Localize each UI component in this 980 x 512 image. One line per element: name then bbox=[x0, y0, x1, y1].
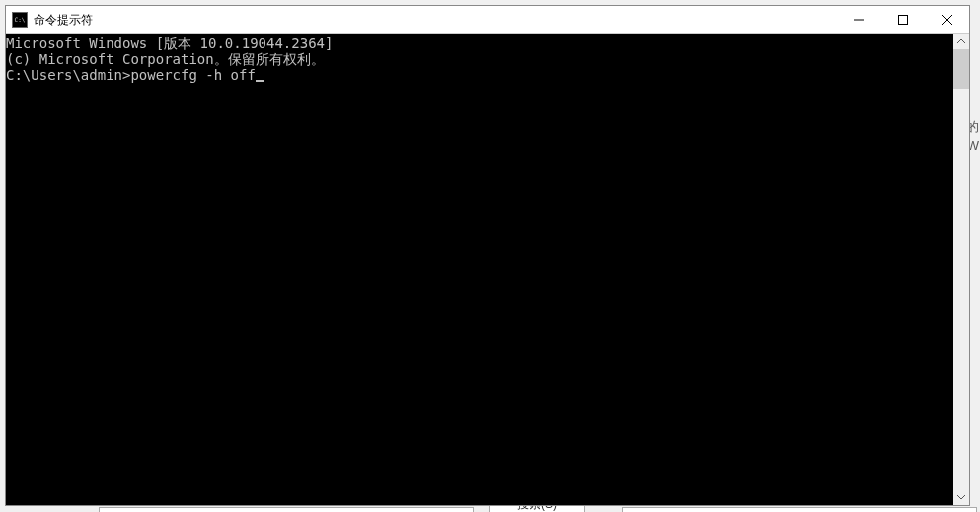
terminal-area: Microsoft Windows [版本 10.0.19044.2364](c… bbox=[6, 34, 969, 505]
chevron-up-icon bbox=[957, 37, 965, 45]
close-icon bbox=[942, 15, 952, 25]
cmd-icon bbox=[12, 12, 28, 28]
terminal-cursor bbox=[256, 80, 264, 82]
window-title: 命令提示符 bbox=[34, 6, 836, 34]
vertical-scrollbar[interactable] bbox=[953, 34, 969, 505]
terminal-command-input[interactable]: powercfg -h off bbox=[130, 67, 255, 83]
close-button[interactable] bbox=[925, 6, 969, 33]
terminal-line: Microsoft Windows [版本 10.0.19044.2364] bbox=[6, 36, 953, 51]
svg-rect-1 bbox=[898, 15, 907, 24]
scroll-down-button[interactable] bbox=[953, 489, 969, 505]
scroll-up-button[interactable] bbox=[953, 34, 969, 49]
maximize-button[interactable] bbox=[880, 6, 925, 33]
chevron-down-icon bbox=[957, 493, 965, 501]
minimize-button[interactable] bbox=[836, 6, 880, 33]
terminal-prompt-line: C:\Users\admin>powercfg -h off bbox=[6, 67, 953, 83]
terminal-output[interactable]: Microsoft Windows [版本 10.0.19044.2364](c… bbox=[6, 34, 953, 505]
minimize-icon bbox=[854, 15, 864, 25]
background-panel bbox=[99, 507, 474, 512]
window-controls bbox=[836, 6, 969, 33]
terminal-line: (c) Microsoft Corporation。保留所有权利。 bbox=[6, 51, 953, 67]
command-prompt-window: 命令提示符 Microsoft Windows [版本 10.0.19044.2… bbox=[5, 5, 970, 506]
background-panel bbox=[622, 507, 977, 512]
scroll-thumb[interactable] bbox=[953, 49, 969, 89]
titlebar[interactable]: 命令提示符 bbox=[6, 6, 969, 34]
terminal-prompt: C:\Users\admin> bbox=[6, 67, 130, 83]
maximize-icon bbox=[898, 15, 908, 25]
